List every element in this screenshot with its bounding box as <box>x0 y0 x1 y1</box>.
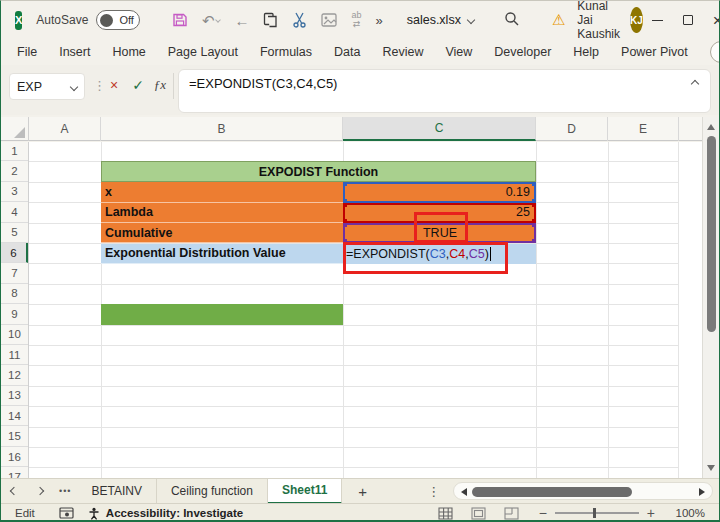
row-header-4[interactable]: 4 <box>1 202 28 222</box>
search-icon[interactable] <box>504 11 520 30</box>
menu-tab-review[interactable]: Review <box>382 45 423 59</box>
formula-bar-collapse-icon[interactable] <box>691 80 699 88</box>
row-header-15[interactable]: 15 <box>1 426 28 446</box>
row-headers: 1 2 3 4 5 6 7 8 9 10 11 12 13 14 15 16 1… <box>1 142 29 478</box>
horizontal-scroll-thumb[interactable] <box>472 487 632 497</box>
tabbar-options-icon[interactable]: ⋮ <box>427 484 440 499</box>
menu-tab-formulas[interactable]: Formulas <box>260 45 312 59</box>
maximize-button[interactable] <box>673 6 703 34</box>
menu-tab-help[interactable]: Help <box>573 45 599 59</box>
menu-tab-page-layout[interactable]: Page Layout <box>168 45 238 59</box>
scroll-up-icon[interactable] <box>707 124 715 130</box>
avatar[interactable]: KJ <box>630 7 643 33</box>
undo-chevron-icon <box>216 17 222 23</box>
column-header-d[interactable]: D <box>536 117 608 141</box>
cell-b3-label[interactable]: x <box>101 182 343 202</box>
copy-icon[interactable] <box>263 12 278 28</box>
accessibility-icon[interactable] <box>88 507 100 520</box>
row-header-3[interactable]: 3 <box>1 182 28 202</box>
sheet-tab-betainv[interactable]: BETAINV <box>77 479 156 504</box>
sheet-tab-ceiling-function[interactable]: Ceiling function <box>157 479 268 504</box>
sheet-tab-sheet11[interactable]: Sheet11 <box>268 479 342 504</box>
status-bar: Edit Accessibility: Investigate − + 100% <box>1 503 719 522</box>
back-icon[interactable]: ← <box>234 13 249 28</box>
row-header-9[interactable]: 9 <box>1 304 28 324</box>
enter-button[interactable]: ✓ <box>127 72 149 98</box>
toolbar-overflow-icon[interactable]: » <box>375 13 382 28</box>
sheet-nav-prev-button[interactable] <box>1 488 27 494</box>
row-header-6[interactable]: 6 <box>1 243 28 263</box>
formula-input[interactable]: =EXPONDIST(C3,C4,C5) <box>178 69 711 113</box>
row-header-11[interactable]: 11 <box>1 345 28 365</box>
zoom-slider[interactable] <box>555 512 639 514</box>
cell-b9-green[interactable] <box>101 304 343 324</box>
document-title[interactable]: sales.xlsx <box>407 13 474 27</box>
page-break-view-icon[interactable] <box>504 507 519 520</box>
row-header-16[interactable]: 16 <box>1 447 28 467</box>
column-header-c[interactable]: C <box>343 117 536 141</box>
zoom-in-button[interactable]: + <box>647 505 655 521</box>
menu-tab-view[interactable]: View <box>445 45 472 59</box>
row-header-12[interactable]: 12 <box>1 365 28 385</box>
cell-b4-label[interactable]: Lambda <box>101 203 343 223</box>
macro-record-icon[interactable] <box>59 507 74 519</box>
autosave-toggle[interactable]: Off <box>96 10 139 30</box>
row-header-8[interactable]: 8 <box>1 284 28 304</box>
insert-function-button[interactable]: ƒx <box>149 72 171 98</box>
accessibility-status[interactable]: Accessibility: Investigate <box>106 507 243 519</box>
row-header-13[interactable]: 13 <box>1 386 28 406</box>
cell-b5-label[interactable]: Cumulative <box>101 223 343 243</box>
page-layout-view-icon[interactable] <box>471 507 486 520</box>
scroll-down-icon[interactable] <box>707 465 715 471</box>
row-header-7[interactable]: 7 <box>1 263 28 283</box>
user-name[interactable]: Kunal Jai Kaushik <box>577 0 620 41</box>
comments-button[interactable]: Comments <box>710 41 720 63</box>
sheet-nav-next-button[interactable] <box>27 488 53 494</box>
title-chevron-icon <box>467 16 475 24</box>
excel-logo-icon[interactable]: X <box>15 11 22 30</box>
cell-b6-label[interactable]: Exponential Distribution Value <box>101 244 343 264</box>
picture-icon[interactable] <box>321 13 337 27</box>
menu-tab-file[interactable]: File <box>17 45 37 59</box>
select-all-corner[interactable] <box>1 117 29 141</box>
row-header-2[interactable]: 2 <box>1 161 28 181</box>
horizontal-scrollbar[interactable] <box>453 482 713 500</box>
row-header-17[interactable]: 17 <box>1 467 28 478</box>
sheet-more-icon[interactable]: ••• <box>59 486 71 496</box>
scroll-right-icon[interactable] <box>699 488 705 496</box>
cell-b2-title[interactable]: EXPODIST Function <box>101 161 536 181</box>
row-header-1[interactable]: 1 <box>1 142 28 161</box>
close-button[interactable]: × <box>703 6 720 34</box>
vertical-scrollbar[interactable] <box>702 117 719 478</box>
column-header-b[interactable]: B <box>101 117 343 141</box>
excel-window: X AutoSave Off ↶ ← ab <box>0 0 720 522</box>
cancel-button[interactable]: × <box>103 72 125 98</box>
vertical-scroll-thumb[interactable] <box>707 136 716 332</box>
zoom-level[interactable]: 100% <box>669 507 705 519</box>
column-header-e[interactable]: E <box>608 117 679 141</box>
row-header-10[interactable]: 10 <box>1 325 28 345</box>
undo-button[interactable]: ↶ <box>202 13 221 28</box>
menu-tab-insert[interactable]: Insert <box>59 45 90 59</box>
menu-tab-developer[interactable]: Developer <box>494 45 551 59</box>
menu-tab-data[interactable]: Data <box>334 45 360 59</box>
scroll-left-icon[interactable] <box>461 488 467 496</box>
warning-icon[interactable]: ⚠ <box>552 11 565 29</box>
cut-icon[interactable] <box>292 12 307 28</box>
zoom-out-button[interactable]: − <box>539 505 547 521</box>
add-sheet-button[interactable]: + <box>358 483 367 500</box>
normal-view-icon[interactable] <box>438 507 453 520</box>
autosave-state: Off <box>119 14 133 26</box>
menu-tab-home[interactable]: Home <box>112 45 145 59</box>
save-icon[interactable] <box>172 12 188 28</box>
name-box[interactable]: EXP <box>9 73 85 100</box>
row-header-14[interactable]: 14 <box>1 406 28 426</box>
annotation-rect-formula <box>343 242 508 274</box>
row-header-5[interactable]: 5 <box>1 223 28 243</box>
minimize-button[interactable] <box>643 6 673 34</box>
find-replace-icon[interactable]: ab ⇄ <box>351 11 361 29</box>
column-header-a[interactable]: A <box>29 117 101 141</box>
worksheet-grid[interactable]: 1 2 3 4 5 6 7 8 9 10 11 12 13 14 15 16 1… <box>1 142 704 478</box>
zoom-slider-handle[interactable] <box>593 508 596 518</box>
menu-tab-power-pivot[interactable]: Power Pivot <box>621 45 688 59</box>
